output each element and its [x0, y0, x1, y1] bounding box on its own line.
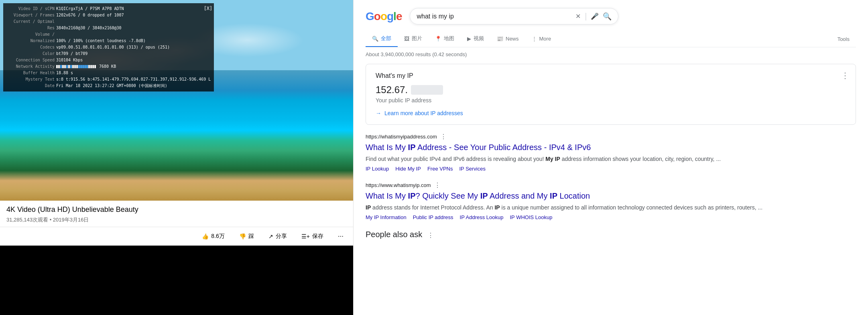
ip-blurred-part [411, 85, 443, 95]
stat-value-normalized: 100% / 100% (content loudness -7.8dB) [56, 38, 146, 44]
tab-more[interactable]: ⋮ More [525, 32, 558, 47]
search-input[interactable] [417, 13, 571, 20]
result-snippet-1: Find out what your public IPv4 and IPv6 … [366, 155, 856, 163]
arrow-right-icon: → [376, 110, 381, 116]
result-url-row-2: https://www.whatismyip.com ⋮ [366, 181, 856, 189]
tab-images[interactable]: 🖼 图片 [398, 31, 429, 47]
share-label: 分享 [276, 233, 287, 240]
like-count: 8.6万 [211, 233, 224, 240]
ip-widget-title: What's my IP [376, 72, 846, 79]
result-1-more-button[interactable]: ⋮ [440, 133, 447, 140]
like-icon: 👍 [202, 233, 209, 240]
stat-label-video-id: Video ID / sCPN [6, 6, 55, 12]
ip-label: Your public IP address [376, 97, 846, 104]
tab-maps[interactable]: 📍 地图 [429, 31, 461, 47]
stat-label-codecs: Codecs [6, 44, 55, 51]
stat-value-color: bt709 / bt709 [56, 51, 87, 57]
stat-label-connection: Connection Speed [6, 57, 55, 63]
stat-value-mystery: s:8 t:915.56 b:475.141-479.779,694.027-7… [56, 76, 211, 83]
maps-icon: 📍 [435, 36, 441, 42]
video-actions: 👍 8.6万 👎 踩 ↗ 分享 ☰+ 保存 ⋯ [0, 227, 353, 246]
stat-value-network: 7680 KB [56, 63, 116, 70]
result-2-more-button[interactable]: ⋮ [434, 181, 441, 189]
tab-news-label: News [506, 36, 519, 42]
search-box: ✕ | 🎤 🔍 [410, 8, 618, 24]
stat-value-buffer: 18.88 s [56, 70, 73, 76]
stat-label-res: Res [6, 25, 55, 31]
tab-videos[interactable]: ▶ 视频 [461, 31, 490, 47]
logo-e: e [396, 10, 402, 22]
tab-all-label: 全部 [381, 35, 391, 42]
result-2-link-2[interactable]: Public IP address [413, 214, 453, 220]
stat-value-res: 3840x2160@30 / 3840x2160@30 [56, 25, 122, 31]
result-title-2[interactable]: What Is My IP? Quickly See My IP Address… [366, 191, 856, 201]
network-bar [56, 65, 96, 68]
news-icon: 📰 [497, 36, 503, 42]
result-1-link-1[interactable]: IP Lookup [366, 166, 389, 172]
save-button[interactable]: ☰+ 保存 [298, 230, 327, 242]
search-button[interactable]: 🔍 [603, 12, 612, 21]
more-icon: ⋯ [338, 233, 344, 240]
more-actions-button[interactable]: ⋯ [335, 231, 347, 242]
results-count: About 3,940,000,000 results (0.42 second… [366, 51, 856, 57]
stat-label-normalized: Normalized [6, 38, 55, 44]
dislike-label: 踩 [248, 233, 254, 240]
logo-o1: o [374, 10, 380, 22]
video-meta: 31,285,143次观看 • 2019年3月16日 [6, 216, 347, 224]
result-links-1: IP Lookup Hide My IP Free VPNs IP Servic… [366, 166, 856, 172]
tab-all[interactable]: 🔍 全部 [366, 31, 398, 47]
clear-icon[interactable]: ✕ [575, 12, 581, 20]
tab-maps-label: 地图 [444, 35, 454, 42]
stat-value-connection: 310104 Kbps [56, 57, 83, 63]
ip-learn-more-text: Learn more about IP addresses [384, 110, 463, 116]
video-panel: Video ID / sCPN K1QICrgxTjA / P7SM A7P8 … [0, 0, 353, 315]
tools-button[interactable]: Tools [831, 32, 856, 46]
images-icon: 🖼 [404, 36, 409, 42]
stat-value-video-id: K1QICrgxTjA / P7SM A7P8 ADTN [56, 6, 124, 12]
dislike-icon: 👎 [239, 233, 246, 240]
stat-label-viewport: Viewport / Frames [6, 12, 55, 18]
result-1-link-2[interactable]: Hide My IP [395, 166, 421, 172]
ip-learn-more-link[interactable]: → Learn more about IP addresses [376, 110, 846, 116]
result-url-1: https://whatismyipaddress.com [366, 134, 437, 140]
stat-label-buffer: Buffer Health [6, 70, 55, 76]
stat-label-color: Color [6, 51, 55, 57]
ip-address-display: 152.67. [376, 84, 846, 96]
search-result-1: https://whatismyipaddress.com ⋮ What Is … [366, 133, 856, 172]
result-links-2: My IP Information Public IP address IP A… [366, 214, 856, 220]
search-result-2: https://www.whatismyip.com ⋮ What Is My … [366, 181, 856, 220]
ip-widget: What's my IP ⋮ 152.67. Your public IP ad… [366, 64, 856, 125]
google-panel: Google ✕ | 🎤 🔍 🔍 全部 🖼 图片 📍 地图 ▶ 视频 📰 [354, 0, 868, 315]
like-button[interactable]: 👍 8.6万 [199, 230, 228, 242]
separator: | [585, 12, 587, 21]
google-header: Google ✕ | 🎤 🔍 [366, 8, 856, 24]
result-1-link-4[interactable]: IP Services [459, 166, 486, 172]
stat-value-codecs: vp09.00.51.08.01.01.01.01.00 (313) / opu… [56, 44, 170, 51]
result-2-link-1[interactable]: My IP Information [366, 214, 407, 220]
microphone-icon[interactable]: 🎤 [591, 12, 599, 20]
logo-g: G [366, 10, 374, 22]
video-container: Video ID / sCPN K1QICrgxTjA / P7SM A7P8 … [0, 0, 353, 201]
save-label: 保存 [312, 233, 323, 240]
stats-close-button[interactable]: [X] [204, 5, 213, 12]
result-2-link-4[interactable]: IP WHOIS Lookup [510, 214, 552, 220]
stat-label-mystery: Mystery Text [6, 76, 55, 83]
video-title: 4K Video (Ultra HD) Unbelievable Beauty [6, 205, 347, 214]
tab-news[interactable]: 📰 News [490, 32, 525, 47]
share-button[interactable]: ↗ 分享 [265, 230, 290, 242]
videos-icon: ▶ [467, 36, 471, 42]
result-1-link-3[interactable]: Free VPNs [427, 166, 453, 172]
ip-widget-more-icon[interactable]: ⋮ [841, 71, 849, 80]
stat-label-volume: Volume / [6, 31, 55, 38]
people-also-ask-section: People also ask ⋮ [366, 230, 856, 239]
stat-label-date: Date [6, 83, 55, 89]
paa-more-button[interactable]: ⋮ [427, 232, 434, 239]
tab-videos-label: 视频 [474, 35, 484, 42]
stat-label-network: Network Activity [6, 63, 55, 70]
result-title-1[interactable]: What Is My IP Address - See Your Public … [366, 142, 856, 152]
share-icon: ↗ [268, 233, 273, 240]
dislike-button[interactable]: 👎 踩 [236, 230, 257, 242]
result-2-link-3[interactable]: IP Address Lookup [460, 214, 504, 220]
paa-title: People also ask [366, 230, 422, 239]
video-info: 4K Video (Ultra HD) Unbelievable Beauty … [0, 201, 353, 227]
